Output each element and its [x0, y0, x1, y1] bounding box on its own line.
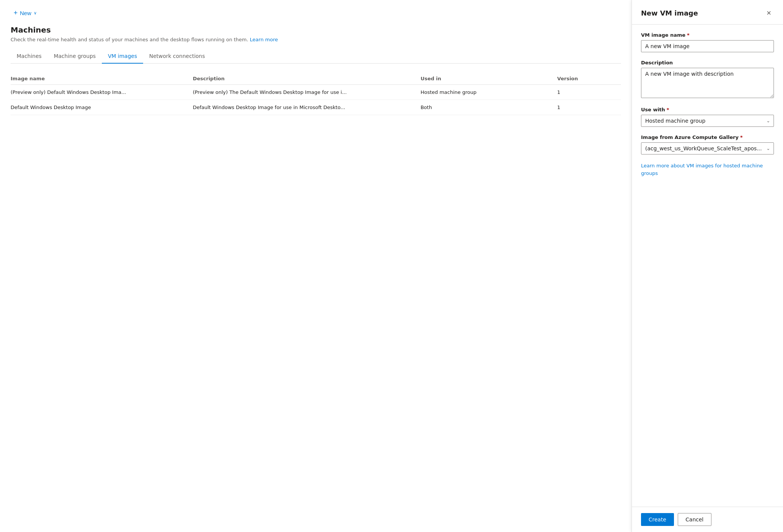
tab-machine-groups[interactable]: Machine groups: [48, 49, 102, 64]
table-row[interactable]: (Preview only) Default Windows Desktop I…: [11, 85, 621, 100]
side-panel: New VM image ✕ VM image name * Descripti…: [632, 0, 783, 532]
col-header-image-name: Image name: [11, 76, 193, 81]
cancel-button[interactable]: Cancel: [678, 513, 711, 526]
page-subtitle: Check the real-time health and status of…: [11, 37, 621, 42]
azure-gallery-label: Image from Azure Compute Gallery *: [641, 134, 774, 140]
required-star-azure: *: [740, 134, 743, 140]
plus-icon: +: [14, 9, 18, 17]
cell-version-0: 1: [557, 89, 621, 95]
tabs: Machines Machine groups VM images Networ…: [11, 49, 621, 64]
chevron-down-icon: ∨: [34, 11, 37, 16]
panel-title: New VM image: [641, 9, 698, 17]
close-button[interactable]: ✕: [763, 8, 774, 18]
table-header: Image name Description Used in Version: [11, 73, 621, 85]
cell-used-in-1: Both: [421, 105, 557, 110]
azure-gallery-select[interactable]: (acg_west_us_WorkQueue_ScaleTest_apos...: [641, 142, 774, 154]
col-header-description: Description: [193, 76, 420, 81]
azure-gallery-field: Image from Azure Compute Gallery * (acg_…: [641, 134, 774, 154]
use-with-label: Use with *: [641, 107, 774, 112]
vm-image-name-field: VM image name *: [641, 32, 774, 52]
vm-image-name-input[interactable]: [641, 40, 774, 52]
use-with-select[interactable]: Hosted machine group Both: [641, 115, 774, 127]
description-label: Description: [641, 60, 774, 66]
required-star-use-with: *: [667, 107, 669, 112]
page-subtitle-text: Check the real-time health and status of…: [11, 37, 248, 42]
panel-footer: Create Cancel: [632, 507, 783, 532]
vm-image-name-label: VM image name *: [641, 32, 774, 38]
use-with-select-wrapper: Hosted machine group Both ⌄: [641, 115, 774, 127]
required-star: *: [687, 32, 689, 38]
col-header-version: Version: [557, 76, 621, 81]
description-field: Description A new VM image with descript…: [641, 60, 774, 99]
toolbar: + New ∨: [11, 8, 621, 19]
cell-used-in-0: Hosted machine group: [421, 89, 557, 95]
tab-network-connections[interactable]: Network connections: [143, 49, 211, 64]
panel-body: VM image name * Description A new VM ima…: [632, 25, 783, 507]
azure-gallery-select-wrapper: (acg_west_us_WorkQueue_ScaleTest_apos...…: [641, 142, 774, 154]
panel-header: New VM image ✕: [632, 0, 783, 25]
tab-machines[interactable]: Machines: [11, 49, 48, 64]
use-with-field: Use with * Hosted machine group Both ⌄: [641, 107, 774, 127]
col-header-used-in: Used in: [421, 76, 557, 81]
new-button[interactable]: + New ∨: [11, 8, 40, 19]
learn-more-vm-images-link[interactable]: Learn more about VM images for hosted ma…: [641, 162, 774, 177]
table-row[interactable]: Default Windows Desktop Image Default Wi…: [11, 100, 621, 115]
table: Image name Description Used in Version (…: [11, 73, 621, 115]
cell-image-name-0: (Preview only) Default Windows Desktop I…: [11, 89, 193, 95]
page-title: Machines: [11, 25, 621, 34]
main-area: + New ∨ Machines Check the real-time hea…: [0, 0, 632, 532]
cell-description-1: Default Windows Desktop Image for use in…: [193, 105, 420, 110]
cell-description-0: (Preview only) The Default Windows Deskt…: [193, 89, 420, 95]
cell-version-1: 1: [557, 105, 621, 110]
learn-more-link[interactable]: Learn more: [250, 37, 278, 42]
cell-image-name-1: Default Windows Desktop Image: [11, 105, 193, 110]
page-header: Machines Check the real-time health and …: [11, 25, 621, 42]
description-textarea[interactable]: A new VM image with description: [641, 68, 774, 98]
tab-vm-images[interactable]: VM images: [102, 49, 143, 64]
create-button[interactable]: Create: [641, 513, 674, 526]
new-label: New: [20, 10, 31, 16]
